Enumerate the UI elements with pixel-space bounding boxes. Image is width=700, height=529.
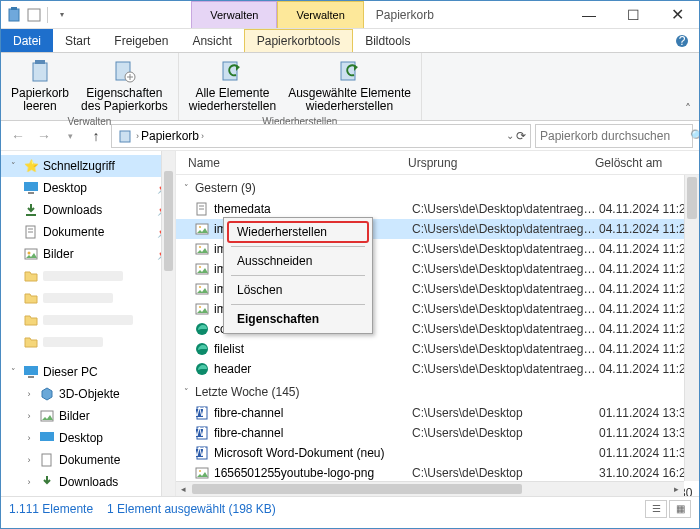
svg-rect-2 <box>28 9 40 21</box>
sidebar-desktop-2[interactable]: ›Desktop <box>1 427 175 449</box>
svg-rect-28 <box>42 454 51 466</box>
nav-up[interactable]: ↑ <box>85 125 107 147</box>
folder-icon <box>23 334 39 350</box>
vertical-scrollbar[interactable] <box>684 175 699 481</box>
tab-freigeben[interactable]: Freigeben <box>102 29 180 52</box>
sidebar-musik[interactable]: ›Musik <box>1 493 175 496</box>
sidebar-desktop[interactable]: Desktop📌 <box>1 177 175 199</box>
view-details-button[interactable]: ☰ <box>645 500 667 518</box>
file-row[interactable]: filelistC:\Users\de\Desktop\datentraeger… <box>176 339 699 359</box>
tab-start[interactable]: Start <box>53 29 102 52</box>
col-origin[interactable]: Ursprung <box>404 156 591 170</box>
file-row[interactable]: headerC:\Users\de\Desktop\datentraeger-m… <box>176 359 699 379</box>
desktop-icon <box>39 430 55 446</box>
svg-point-43 <box>199 306 201 308</box>
search-input[interactable] <box>540 129 690 143</box>
svg-rect-25 <box>28 376 34 378</box>
tab-ansicht[interactable]: Ansicht <box>180 29 243 52</box>
sidebar-dokumente-2[interactable]: ›Dokumente <box>1 449 175 471</box>
restore-all-icon <box>218 57 246 85</box>
qat-icon[interactable] <box>25 6 43 24</box>
sidebar-item-blur[interactable] <box>1 265 175 287</box>
pictures-icon <box>23 246 39 262</box>
sidebar-3d-objects[interactable]: ›3D-Objekte <box>1 383 175 405</box>
file-icon <box>194 261 210 277</box>
qat-dropdown[interactable] <box>52 6 70 24</box>
svg-point-57 <box>199 470 201 472</box>
group-header[interactable]: ˅Letzte Woche (145) <box>176 379 699 403</box>
chevron-icon[interactable]: › <box>201 131 204 141</box>
svg-rect-6 <box>35 60 45 64</box>
svg-point-37 <box>199 246 201 248</box>
ribbon-bin-props[interactable]: Eigenschaften des Papierkorbs <box>75 55 174 115</box>
svg-point-35 <box>199 226 201 228</box>
sidebar-scrollbar[interactable] <box>161 151 175 496</box>
close-button[interactable]: ✕ <box>655 1 699 29</box>
ribbon-restore-all[interactable]: Alle Elemente wiederherstellen <box>183 55 282 115</box>
tab-bildtools[interactable]: Bildtools <box>353 29 422 52</box>
ctx-cut[interactable]: Ausschneiden <box>227 250 369 272</box>
chevron-icon[interactable]: › <box>136 131 139 141</box>
col-name[interactable]: Name <box>184 156 404 170</box>
file-icon <box>194 201 210 217</box>
ctx-properties[interactable]: Eigenschaften <box>227 308 369 330</box>
ctx-restore[interactable]: Wiederherstellen <box>227 221 369 243</box>
view-large-button[interactable]: ▦ <box>669 500 691 518</box>
file-row[interactable]: Wfibre-channelC:\Users\de\Desktop01.11.2… <box>176 403 699 423</box>
context-tab-verwalten-2[interactable]: Verwalten <box>277 1 363 28</box>
statusbar: 1.111 Elemente 1 Element ausgewählt (198… <box>1 496 699 520</box>
context-tab-verwalten-1[interactable]: Verwalten <box>191 1 277 28</box>
file-icon <box>194 221 210 237</box>
svg-rect-17 <box>28 192 34 194</box>
maximize-button[interactable]: ☐ <box>611 1 655 29</box>
sidebar-item-blur[interactable] <box>1 331 175 353</box>
file-row[interactable]: Wfibre-channelC:\Users\de\Desktop01.11.2… <box>176 423 699 443</box>
column-headers: Name Ursprung Gelöscht am <box>176 151 699 175</box>
breadcrumb[interactable]: › Papierkorb › ⌄ ⟳ <box>111 124 531 148</box>
file-row[interactable]: 1656501255youtube-logo-pngC:\Users\de\De… <box>176 463 699 483</box>
nav-recent[interactable]: ▾ <box>59 125 81 147</box>
folder-icon <box>23 290 39 306</box>
file-icon <box>194 301 210 317</box>
sidebar-item-blur[interactable] <box>1 287 175 309</box>
minimize-button[interactable]: — <box>567 1 611 29</box>
sidebar-downloads-2[interactable]: ›Downloads <box>1 471 175 493</box>
search-box[interactable]: 🔍 <box>535 124 693 148</box>
bin-props-icon <box>110 57 138 85</box>
sidebar: ˅⭐Schnellzugriff Desktop📌 Downloads📌 Dok… <box>1 151 176 496</box>
downloads-icon <box>39 474 55 490</box>
group-header[interactable]: ˅Gestern (9) <box>176 175 699 199</box>
file-row[interactable]: WMicrosoft Word-Dokument (neu)01.11.2024… <box>176 443 699 463</box>
svg-text:W: W <box>195 426 206 439</box>
file-row[interactable]: themedataC:\Users\de\Desktop\datentraege… <box>176 199 699 219</box>
svg-point-39 <box>199 266 201 268</box>
sidebar-this-pc[interactable]: ˅Dieser PC <box>1 361 175 383</box>
col-deleted[interactable]: Gelöscht am <box>591 156 691 170</box>
horizontal-scrollbar[interactable]: ◂▸ <box>176 481 684 496</box>
ribbon-tabs: Datei Start Freigeben Ansicht Papierkorb… <box>1 29 699 53</box>
ribbon-restore-selected[interactable]: Ausgewählte Elemente wiederherstellen <box>282 55 417 115</box>
sidebar-quick-access[interactable]: ˅⭐Schnellzugriff <box>1 155 175 177</box>
breadcrumb-item[interactable]: Papierkorb <box>141 129 199 143</box>
file-icon: W <box>194 425 210 441</box>
sidebar-dokumente[interactable]: Dokumente📌 <box>1 221 175 243</box>
tab-datei[interactable]: Datei <box>1 29 53 52</box>
svg-rect-18 <box>26 214 36 216</box>
sidebar-item-blur[interactable] <box>1 309 175 331</box>
ctx-delete[interactable]: Löschen <box>227 279 369 301</box>
downloads-icon <box>23 202 39 218</box>
sidebar-downloads[interactable]: Downloads📌 <box>1 199 175 221</box>
refresh-icon[interactable]: ⟳ <box>516 129 526 143</box>
navbar: ← → ▾ ↑ › Papierkorb › ⌄ ⟳ 🔍 <box>1 121 699 151</box>
ribbon-empty-bin[interactable]: Papierkorb leeren <box>5 55 75 115</box>
tab-papierkorbtools[interactable]: Papierkorbtools <box>244 29 353 52</box>
nav-back[interactable]: ← <box>7 125 29 147</box>
sidebar-bilder[interactable]: Bilder📌 <box>1 243 175 265</box>
sidebar-bilder-2[interactable]: ›Bilder <box>1 405 175 427</box>
nav-forward[interactable]: → <box>33 125 55 147</box>
ribbon-collapse-icon[interactable]: ˄ <box>677 98 699 120</box>
help-icon[interactable]: ? <box>665 29 699 52</box>
breadcrumb-dropdown[interactable]: ⌄ <box>506 130 514 141</box>
svg-point-41 <box>199 286 201 288</box>
file-icon <box>194 321 210 337</box>
